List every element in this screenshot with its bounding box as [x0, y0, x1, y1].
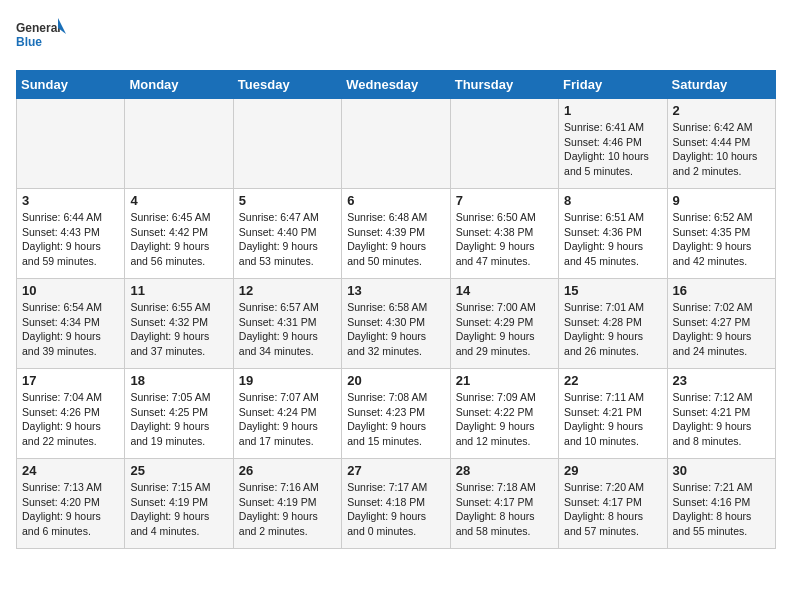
calendar-cell: 27Sunrise: 7:17 AM Sunset: 4:18 PM Dayli… [342, 459, 450, 549]
calendar-cell: 6Sunrise: 6:48 AM Sunset: 4:39 PM Daylig… [342, 189, 450, 279]
weekday-header-wednesday: Wednesday [342, 71, 450, 99]
day-number: 21 [456, 373, 553, 388]
calendar-cell: 20Sunrise: 7:08 AM Sunset: 4:23 PM Dayli… [342, 369, 450, 459]
weekday-header-thursday: Thursday [450, 71, 558, 99]
day-number: 6 [347, 193, 444, 208]
day-info: Sunrise: 7:20 AM Sunset: 4:17 PM Dayligh… [564, 480, 661, 539]
day-info: Sunrise: 7:11 AM Sunset: 4:21 PM Dayligh… [564, 390, 661, 449]
day-number: 2 [673, 103, 770, 118]
weekday-header-monday: Monday [125, 71, 233, 99]
day-number: 7 [456, 193, 553, 208]
calendar-cell: 16Sunrise: 7:02 AM Sunset: 4:27 PM Dayli… [667, 279, 775, 369]
day-info: Sunrise: 7:18 AM Sunset: 4:17 PM Dayligh… [456, 480, 553, 539]
calendar-cell [342, 99, 450, 189]
day-info: Sunrise: 6:50 AM Sunset: 4:38 PM Dayligh… [456, 210, 553, 269]
weekday-header-sunday: Sunday [17, 71, 125, 99]
calendar-week-3: 10Sunrise: 6:54 AM Sunset: 4:34 PM Dayli… [17, 279, 776, 369]
day-number: 27 [347, 463, 444, 478]
calendar-cell: 3Sunrise: 6:44 AM Sunset: 4:43 PM Daylig… [17, 189, 125, 279]
calendar-cell: 22Sunrise: 7:11 AM Sunset: 4:21 PM Dayli… [559, 369, 667, 459]
calendar-cell: 8Sunrise: 6:51 AM Sunset: 4:36 PM Daylig… [559, 189, 667, 279]
logo: General Blue [16, 16, 66, 60]
day-info: Sunrise: 7:16 AM Sunset: 4:19 PM Dayligh… [239, 480, 336, 539]
calendar-cell: 24Sunrise: 7:13 AM Sunset: 4:20 PM Dayli… [17, 459, 125, 549]
weekday-header-tuesday: Tuesday [233, 71, 341, 99]
day-info: Sunrise: 6:58 AM Sunset: 4:30 PM Dayligh… [347, 300, 444, 359]
day-number: 17 [22, 373, 119, 388]
calendar-week-4: 17Sunrise: 7:04 AM Sunset: 4:26 PM Dayli… [17, 369, 776, 459]
calendar-cell: 17Sunrise: 7:04 AM Sunset: 4:26 PM Dayli… [17, 369, 125, 459]
day-info: Sunrise: 7:15 AM Sunset: 4:19 PM Dayligh… [130, 480, 227, 539]
day-info: Sunrise: 7:00 AM Sunset: 4:29 PM Dayligh… [456, 300, 553, 359]
day-info: Sunrise: 7:08 AM Sunset: 4:23 PM Dayligh… [347, 390, 444, 449]
calendar-table: SundayMondayTuesdayWednesdayThursdayFrid… [16, 70, 776, 549]
day-info: Sunrise: 7:01 AM Sunset: 4:28 PM Dayligh… [564, 300, 661, 359]
calendar-header: SundayMondayTuesdayWednesdayThursdayFrid… [17, 71, 776, 99]
day-info: Sunrise: 7:09 AM Sunset: 4:22 PM Dayligh… [456, 390, 553, 449]
calendar-cell: 4Sunrise: 6:45 AM Sunset: 4:42 PM Daylig… [125, 189, 233, 279]
day-info: Sunrise: 6:51 AM Sunset: 4:36 PM Dayligh… [564, 210, 661, 269]
day-number: 16 [673, 283, 770, 298]
calendar-week-5: 24Sunrise: 7:13 AM Sunset: 4:20 PM Dayli… [17, 459, 776, 549]
calendar-cell: 26Sunrise: 7:16 AM Sunset: 4:19 PM Dayli… [233, 459, 341, 549]
day-number: 13 [347, 283, 444, 298]
day-number: 19 [239, 373, 336, 388]
day-number: 1 [564, 103, 661, 118]
day-number: 9 [673, 193, 770, 208]
day-info: Sunrise: 7:13 AM Sunset: 4:20 PM Dayligh… [22, 480, 119, 539]
day-number: 23 [673, 373, 770, 388]
day-info: Sunrise: 6:41 AM Sunset: 4:46 PM Dayligh… [564, 120, 661, 179]
weekday-header-saturday: Saturday [667, 71, 775, 99]
calendar-cell: 29Sunrise: 7:20 AM Sunset: 4:17 PM Dayli… [559, 459, 667, 549]
day-number: 22 [564, 373, 661, 388]
svg-text:General: General [16, 21, 61, 35]
calendar-cell: 21Sunrise: 7:09 AM Sunset: 4:22 PM Dayli… [450, 369, 558, 459]
calendar-cell: 1Sunrise: 6:41 AM Sunset: 4:46 PM Daylig… [559, 99, 667, 189]
day-number: 14 [456, 283, 553, 298]
day-number: 18 [130, 373, 227, 388]
calendar-cell [233, 99, 341, 189]
day-info: Sunrise: 6:44 AM Sunset: 4:43 PM Dayligh… [22, 210, 119, 269]
calendar-cell: 15Sunrise: 7:01 AM Sunset: 4:28 PM Dayli… [559, 279, 667, 369]
day-number: 5 [239, 193, 336, 208]
day-number: 26 [239, 463, 336, 478]
day-info: Sunrise: 7:05 AM Sunset: 4:25 PM Dayligh… [130, 390, 227, 449]
calendar-cell: 12Sunrise: 6:57 AM Sunset: 4:31 PM Dayli… [233, 279, 341, 369]
calendar-cell [17, 99, 125, 189]
calendar-cell [450, 99, 558, 189]
day-number: 4 [130, 193, 227, 208]
calendar-cell: 18Sunrise: 7:05 AM Sunset: 4:25 PM Dayli… [125, 369, 233, 459]
day-info: Sunrise: 6:55 AM Sunset: 4:32 PM Dayligh… [130, 300, 227, 359]
day-info: Sunrise: 7:17 AM Sunset: 4:18 PM Dayligh… [347, 480, 444, 539]
calendar-cell: 7Sunrise: 6:50 AM Sunset: 4:38 PM Daylig… [450, 189, 558, 279]
calendar-cell: 19Sunrise: 7:07 AM Sunset: 4:24 PM Dayli… [233, 369, 341, 459]
day-number: 3 [22, 193, 119, 208]
day-number: 10 [22, 283, 119, 298]
day-info: Sunrise: 6:47 AM Sunset: 4:40 PM Dayligh… [239, 210, 336, 269]
day-info: Sunrise: 7:07 AM Sunset: 4:24 PM Dayligh… [239, 390, 336, 449]
day-info: Sunrise: 6:57 AM Sunset: 4:31 PM Dayligh… [239, 300, 336, 359]
calendar-cell: 13Sunrise: 6:58 AM Sunset: 4:30 PM Dayli… [342, 279, 450, 369]
day-info: Sunrise: 6:48 AM Sunset: 4:39 PM Dayligh… [347, 210, 444, 269]
calendar-cell: 2Sunrise: 6:42 AM Sunset: 4:44 PM Daylig… [667, 99, 775, 189]
weekday-header-friday: Friday [559, 71, 667, 99]
day-number: 29 [564, 463, 661, 478]
calendar-cell: 14Sunrise: 7:00 AM Sunset: 4:29 PM Dayli… [450, 279, 558, 369]
day-info: Sunrise: 6:52 AM Sunset: 4:35 PM Dayligh… [673, 210, 770, 269]
day-number: 15 [564, 283, 661, 298]
day-number: 30 [673, 463, 770, 478]
calendar-cell: 28Sunrise: 7:18 AM Sunset: 4:17 PM Dayli… [450, 459, 558, 549]
day-number: 24 [22, 463, 119, 478]
calendar-cell: 9Sunrise: 6:52 AM Sunset: 4:35 PM Daylig… [667, 189, 775, 279]
svg-text:Blue: Blue [16, 35, 42, 49]
day-info: Sunrise: 6:45 AM Sunset: 4:42 PM Dayligh… [130, 210, 227, 269]
day-number: 25 [130, 463, 227, 478]
day-info: Sunrise: 7:02 AM Sunset: 4:27 PM Dayligh… [673, 300, 770, 359]
calendar-cell [125, 99, 233, 189]
calendar-week-1: 1Sunrise: 6:41 AM Sunset: 4:46 PM Daylig… [17, 99, 776, 189]
day-number: 20 [347, 373, 444, 388]
calendar-week-2: 3Sunrise: 6:44 AM Sunset: 4:43 PM Daylig… [17, 189, 776, 279]
day-info: Sunrise: 7:04 AM Sunset: 4:26 PM Dayligh… [22, 390, 119, 449]
calendar-cell: 25Sunrise: 7:15 AM Sunset: 4:19 PM Dayli… [125, 459, 233, 549]
day-number: 11 [130, 283, 227, 298]
